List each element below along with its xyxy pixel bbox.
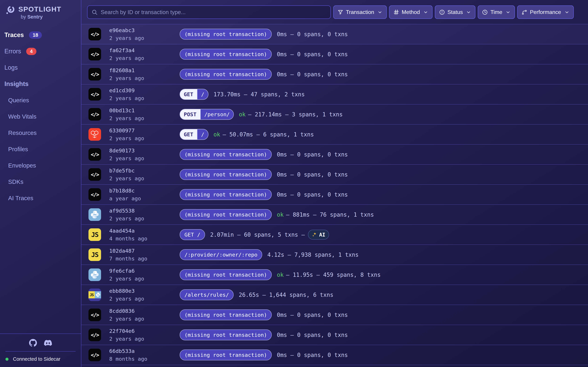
trace-stats: ok — 881ms — 76 spans, 1 txns (277, 211, 374, 218)
method-path-badge: GET / (180, 129, 208, 140)
trace-row[interactable]: JS 102da487 7 months ago /:provider/:own… (81, 245, 588, 265)
code-glyph: </> (91, 91, 99, 97)
github-icon[interactable] (29, 339, 37, 347)
trace-id: 63300977 (109, 127, 180, 133)
trace-row[interactable]: af9d5538 2 years ago (missing root trans… (81, 205, 588, 225)
trace-meta: b7b18d8c a year ago (109, 188, 180, 201)
trace-row[interactable]: </> ed1cd309 2 years ago GET / (81, 84, 588, 104)
trace-id: 22f704e6 (109, 328, 180, 334)
filter-button[interactable]: Transaction (333, 5, 387, 19)
transaction-path-label: / (197, 129, 208, 140)
sidebar-item[interactable]: Resources (4, 125, 81, 141)
trace-row[interactable]: </> 8cdd0836 2 years ago (missing root t… (81, 305, 588, 325)
trace-row[interactable]: </> 00bd13c1 2 years ago POST /p (81, 104, 588, 125)
trace-row[interactable]: </> 22f704e6 2 years ago (missing root t… (81, 325, 588, 345)
trace-age: 8 months ago (109, 356, 180, 362)
combo-strip: JS (88, 291, 101, 298)
http-method-label: POST (180, 109, 200, 119)
trace-row[interactable]: </> b7de5fbc 2 years ago (missing root t… (81, 165, 588, 185)
trace-duration-spans: 0ms — 0 spans, 0 txns (277, 191, 348, 198)
javascript-mini-icon: JS (88, 291, 95, 298)
code-runtime-icon: </> (88, 68, 101, 81)
trace-row[interactable]: </> b7b18d8c a year ago (missing root tr… (81, 185, 588, 205)
filter-button[interactable]: Method (389, 5, 432, 19)
trace-duration-spans: 0ms — 0 spans, 0 txns (277, 332, 348, 338)
trace-age: 2 years ago (109, 216, 180, 222)
trace-badge-area: (missing root transaction) (180, 189, 272, 200)
trace-stats: 0ms — 0 spans, 0 txns (277, 51, 348, 58)
trace-stats: 0ms — 0 spans, 0 txns (277, 171, 348, 178)
sidebar-item[interactable]: Logs (4, 59, 81, 76)
sidebar-item-label: SDKs (8, 178, 23, 185)
trace-list: </> e96eabc3 2 years ago (missing root t… (81, 24, 588, 365)
trace-badge-area: (missing root transaction) (180, 269, 272, 280)
code-runtime-icon: </> (88, 349, 101, 361)
trace-row[interactable]: 9fe6cfa6 2 years ago (missing root trans… (81, 265, 588, 285)
filter-label: Performance (530, 9, 561, 15)
trace-age: 2 years ago (109, 55, 180, 61)
trace-id: b7de5fbc (109, 167, 180, 174)
trace-row[interactable]: JS 4aad454a 4 months ago GET / 2. (81, 225, 588, 245)
sidebar-item[interactable]: Web Vitals (4, 108, 81, 125)
trace-duration-spans: 2.07min — 60 spans, 5 txns — (210, 231, 305, 238)
sidebar-item[interactable]: AI Traces (4, 190, 81, 206)
trace-row[interactable]: </> 66db533a 8 months ago (missing root … (81, 345, 588, 365)
filter-button[interactable]: Time (478, 5, 515, 19)
trace-duration-spans: 26.65s — 1,644 spans, 6 txns (239, 292, 333, 298)
sidebar-item[interactable]: Insights (4, 76, 81, 92)
trace-badge-area: POST /person/ (180, 109, 234, 120)
missing-root-transaction-badge: (missing root transaction) (180, 209, 272, 220)
trace-meta: 8de90173 2 years ago (109, 148, 180, 161)
sidebar-item[interactable]: Profiles (4, 141, 81, 157)
trace-row[interactable]: </> fa62f3a4 2 years ago (missing root t… (81, 44, 588, 64)
trace-badge-area: GET / (180, 229, 205, 240)
transaction-badge: /alerts/rules/ (180, 289, 233, 300)
trace-stats: 4.12s — 7,938 spans, 1 txns (267, 251, 358, 258)
trace-badge-area: (missing root transaction) (180, 350, 272, 360)
sidebar-item[interactable]: Envelopes (4, 157, 81, 174)
trace-row[interactable]: 63300977 2 years ago GET / ok — 50.07m (81, 125, 588, 145)
sidebar: SPOTLIGHT by Sentry Traces 18 Errors 4 L… (0, 0, 81, 367)
code-runtime-icon: </> (88, 108, 101, 121)
discord-icon[interactable] (44, 339, 52, 347)
sparkles-icon (312, 232, 317, 237)
missing-root-transaction-badge: (missing root transaction) (180, 49, 272, 60)
trace-age: 2 years ago (109, 336, 180, 342)
trace-stats: 0ms — 0 spans, 0 txns (277, 312, 348, 318)
app-root: SPOTLIGHT by Sentry Traces 18 Errors 4 L… (0, 0, 588, 367)
trace-meta: ed1cd309 2 years ago (109, 87, 180, 101)
trace-row[interactable]: </> 8de90173 2 years ago (missing root t… (81, 145, 588, 165)
trace-meta: e96eabc3 2 years ago (109, 27, 180, 41)
trace-duration-spans: — 881ms — 76 spans, 1 txns (286, 211, 374, 218)
funnel-icon (337, 9, 344, 15)
transaction-path-label: / (197, 89, 208, 100)
filter-button[interactable]: Performance (517, 5, 573, 19)
trace-badge-area: GET / (180, 129, 208, 140)
trace-row[interactable]: JS ebb880e3 2 years ago (81, 285, 588, 305)
sidebar-item[interactable]: SDKs (4, 174, 81, 190)
search-input[interactable] (101, 9, 326, 16)
trace-badge-area: (missing root transaction) (180, 209, 272, 220)
trace-duration-spans: 0ms — 0 spans, 0 txns (277, 352, 348, 358)
trace-id: 66db533a (109, 348, 180, 354)
sidebar-item[interactable]: Errors 4 (4, 43, 81, 59)
sidebar-item[interactable]: Traces 18 (4, 27, 81, 43)
code-glyph: </> (91, 31, 99, 37)
trace-badge-area: /:provider/:owner/:repo (180, 249, 262, 260)
trace-row[interactable]: </> f82608a1 2 years ago (missing root t… (81, 64, 588, 84)
trace-id: fa62f3a4 (109, 47, 180, 53)
trace-id: 8de90173 (109, 148, 180, 154)
spotlight-logo-icon (5, 5, 15, 15)
missing-root-transaction-badge: (missing root transaction) (180, 329, 272, 340)
alert-circle-icon (439, 9, 445, 15)
http-method-label: GET (180, 129, 197, 140)
sidebar-item-label: Resources (8, 129, 37, 136)
code-runtime-icon: </> (88, 188, 101, 201)
sidebar-item-label: Errors (4, 48, 21, 55)
transaction-path-label: /person/ (200, 109, 233, 119)
trace-age: 2 years ago (109, 296, 180, 302)
connected-status-dot (5, 358, 9, 361)
filter-button[interactable]: Status (435, 5, 476, 19)
sidebar-item[interactable]: Queries (4, 92, 81, 108)
trace-row[interactable]: </> e96eabc3 2 years ago (missing root t… (81, 24, 588, 44)
